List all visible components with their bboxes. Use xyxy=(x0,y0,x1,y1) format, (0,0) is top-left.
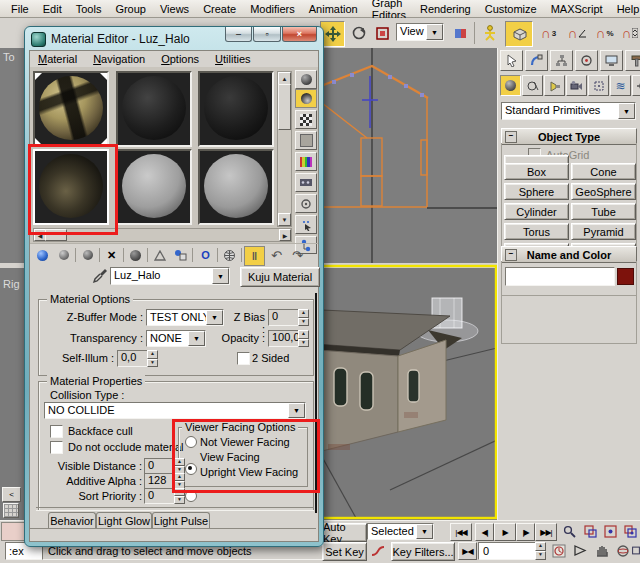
menu-animation[interactable]: Animation xyxy=(302,2,365,16)
dropdown-arrow-icon[interactable]: ▼ xyxy=(426,24,443,40)
select-rotate-button[interactable] xyxy=(347,21,370,45)
category-space-warps-button[interactable]: ≋ xyxy=(610,75,631,96)
snaps-toggle-button[interactable] xyxy=(505,21,533,47)
spinner-up-icon[interactable]: ▲ xyxy=(535,542,546,551)
tab-display[interactable] xyxy=(600,50,623,71)
snap-toggle-3d-button[interactable]: ∩3 xyxy=(536,21,561,45)
scroll-right-icon[interactable]: ▶ xyxy=(279,229,291,241)
category-shapes-button[interactable] xyxy=(522,75,543,96)
spinner-down-icon[interactable]: ▼ xyxy=(298,339,309,348)
menu-edit[interactable]: Edit xyxy=(36,2,69,16)
tab-utilities[interactable] xyxy=(625,50,640,71)
select-manipulate-button[interactable] xyxy=(478,21,501,45)
spinner-down-icon[interactable]: ▼ xyxy=(298,318,309,327)
object-button-torus[interactable]: Torus xyxy=(504,223,569,240)
tab-hierarchy[interactable] xyxy=(550,50,573,71)
auto-key-button[interactable]: Auto Key xyxy=(322,523,367,542)
additive-alpha-field[interactable]: 128 xyxy=(144,473,175,489)
maximize-viewport-toggle-button[interactable] xyxy=(632,542,640,559)
dropdown-arrow-icon[interactable]: ▼ xyxy=(188,331,205,346)
object-button-cylinder[interactable]: Cylinder xyxy=(504,203,569,220)
make-preview-button[interactable] xyxy=(295,173,317,192)
object-color-swatch[interactable] xyxy=(617,268,634,285)
category-helpers-button[interactable] xyxy=(588,75,609,96)
two-sided-checkbox[interactable] xyxy=(237,352,250,365)
go-to-start-button[interactable]: |◀◀ xyxy=(450,523,472,541)
spinner-up-icon[interactable]: ▲ xyxy=(298,309,309,318)
sample-slots-vertical-scrollbar[interactable]: ▲ ▼ xyxy=(277,71,292,227)
dropdown-arrow-icon[interactable]: ▼ xyxy=(212,268,229,284)
object-button-cone[interactable]: Cone xyxy=(571,163,636,180)
menu-tools[interactable]: Tools xyxy=(69,2,109,16)
tab-light-pulse[interactable]: Light Pulse xyxy=(152,512,210,529)
material-slot-1[interactable] xyxy=(33,71,109,147)
object-button-box[interactable]: Box xyxy=(504,163,569,180)
object-button-tube[interactable]: Tube xyxy=(571,203,636,220)
spinner-down-icon[interactable]: ▼ xyxy=(147,359,158,368)
tab-motion[interactable] xyxy=(575,50,598,71)
set-key-button[interactable]: Set Key xyxy=(322,542,367,561)
time-configuration-button[interactable] xyxy=(549,542,568,559)
rollout-collapse-icon[interactable]: − xyxy=(505,131,517,143)
options-button[interactable] xyxy=(295,194,317,213)
trackbar-scroll-left-button[interactable]: < xyxy=(2,487,21,502)
primitive-category-dropdown[interactable]: Standard Primitives ▼ xyxy=(501,102,636,120)
spinner-down-icon[interactable]: ▼ xyxy=(535,551,546,560)
dropdown-arrow-icon[interactable]: ▼ xyxy=(416,524,433,539)
select-by-material-button[interactable] xyxy=(295,215,317,234)
sample-type-button[interactable] xyxy=(295,70,317,89)
zoom-button[interactable] xyxy=(560,523,579,539)
viewport-label-top[interactable]: To xyxy=(3,51,15,63)
menu-options[interactable]: Options xyxy=(153,53,207,65)
menu-modifiers[interactable]: Modifiers xyxy=(243,2,302,16)
z-bias-field[interactable]: 0 xyxy=(268,309,299,326)
trackbar-grid-icon[interactable] xyxy=(3,503,19,518)
menu-material[interactable]: Material xyxy=(30,53,85,65)
backface-cull-checkbox[interactable] xyxy=(50,425,63,438)
category-systems-button[interactable] xyxy=(632,75,640,96)
z-bias-spinner[interactable]: ▲▼ xyxy=(298,309,309,326)
object-button-sphere[interactable]: Sphere xyxy=(504,183,569,200)
go-to-end-button[interactable]: ▶▶| xyxy=(535,523,557,541)
angle-snap-toggle-button[interactable]: ∩ xyxy=(564,21,589,45)
scroll-down-icon[interactable]: ▼ xyxy=(278,213,291,226)
tab-light-glow[interactable]: Light Glow xyxy=(96,512,152,529)
video-color-check-button[interactable] xyxy=(295,152,317,171)
show-end-result-button-active[interactable]: ‖ xyxy=(244,246,265,266)
field-of-view-button[interactable] xyxy=(570,542,589,559)
vertical-scroll-thumb[interactable] xyxy=(278,84,291,130)
zoom-extents-all-button[interactable] xyxy=(621,523,640,539)
reset-map-button[interactable]: ✕ xyxy=(102,246,121,264)
macro-recorder-field[interactable] xyxy=(1,522,25,541)
menu-navigation[interactable]: Navigation xyxy=(85,53,153,65)
reference-coordinate-dropdown[interactable]: View ▼ xyxy=(396,23,444,41)
menu-file[interactable]: File xyxy=(4,2,36,16)
self-illum-spinner[interactable]: ▲▼ xyxy=(147,350,158,367)
menu-utilities[interactable]: Utilities xyxy=(207,53,258,65)
viewport-label-right[interactable]: Rig xyxy=(3,278,20,290)
menu-group[interactable]: Group xyxy=(108,2,153,16)
menu-help[interactable]: Help xyxy=(610,2,640,16)
dropdown-arrow-icon[interactable]: ▼ xyxy=(618,103,635,119)
menu-maxscript[interactable]: MAXScript xyxy=(544,2,610,16)
opacity-spinner[interactable]: ▲▼ xyxy=(298,330,309,347)
pick-material-from-object-button[interactable] xyxy=(92,268,108,284)
dropdown-arrow-icon[interactable]: ▼ xyxy=(206,310,223,325)
backlight-button-active[interactable] xyxy=(295,89,317,108)
spinner-snap-toggle-button[interactable]: ∩ xyxy=(619,21,640,45)
visible-distance-field[interactable]: 0 xyxy=(144,458,175,474)
sort-priority-field[interactable]: 0 xyxy=(144,488,175,504)
current-frame-field[interactable]: 0 xyxy=(478,542,539,560)
pan-view-button[interactable] xyxy=(592,542,611,559)
background-button[interactable] xyxy=(295,110,317,129)
material-type-button[interactable]: Kuju Material xyxy=(240,267,320,287)
sample-uv-tiling-button[interactable] xyxy=(295,131,317,150)
close-button[interactable]: × xyxy=(282,27,317,42)
minimize-button[interactable]: – xyxy=(225,27,252,42)
material-slot-5[interactable] xyxy=(116,149,192,225)
transparency-dropdown[interactable]: NONE ▼ xyxy=(146,330,206,347)
frame-spinner[interactable]: ▲▼ xyxy=(535,542,546,560)
dropdown-arrow-icon[interactable]: ▼ xyxy=(288,403,305,418)
object-name-input[interactable] xyxy=(505,267,615,286)
material-slot-2[interactable] xyxy=(116,71,192,147)
